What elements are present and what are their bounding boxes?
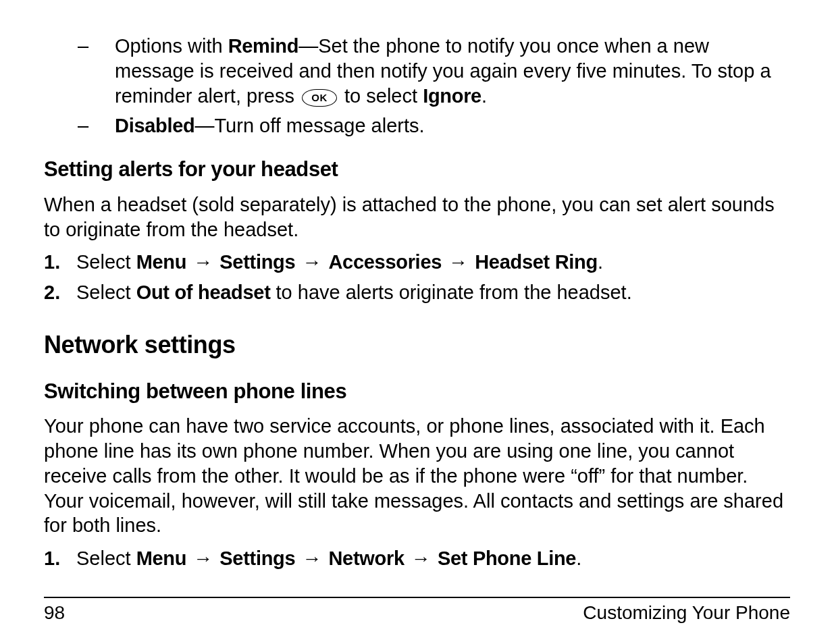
menu-path-item: Menu bbox=[136, 547, 187, 569]
step-number: 1. bbox=[44, 546, 76, 571]
text: . bbox=[576, 547, 581, 569]
text: to have alerts originate from the headse… bbox=[271, 281, 632, 303]
text: — bbox=[298, 35, 318, 57]
page-content: – Options with Remind—Set the phone to n… bbox=[44, 34, 790, 597]
arrow-icon: → bbox=[301, 546, 323, 571]
headset-steps: 1. Select Menu → Settings → Accessories … bbox=[44, 250, 790, 305]
text: — bbox=[194, 115, 214, 136]
arrow-icon: → bbox=[192, 546, 214, 571]
step-number: 1. bbox=[44, 250, 76, 275]
menu-path-item: Settings bbox=[219, 547, 295, 569]
page-number: 98 bbox=[44, 602, 65, 624]
step-body: Select Menu → Settings → Network → Set P… bbox=[76, 546, 790, 571]
options-bullet-list: – Options with Remind—Set the phone to n… bbox=[44, 34, 790, 138]
heading-switching-lines: Switching between phone lines bbox=[44, 378, 790, 404]
menu-path-item: Network bbox=[328, 547, 404, 569]
bullet-remind-body: Options with Remind—Set the phone to not… bbox=[115, 34, 790, 108]
ignore-label: Ignore bbox=[423, 85, 481, 107]
menu-path-item: Accessories bbox=[328, 251, 442, 273]
out-of-headset-label: Out of headset bbox=[136, 281, 271, 303]
menu-path-item: Settings bbox=[219, 251, 295, 273]
ok-key-icon: OK bbox=[302, 89, 337, 107]
switching-steps: 1. Select Menu → Settings → Network → Se… bbox=[44, 546, 790, 571]
remind-label: Remind bbox=[228, 35, 299, 57]
bullet-disabled: – Disabled—Turn off message alerts. bbox=[78, 113, 790, 138]
step-body: Select Out of headset to have alerts ori… bbox=[76, 280, 790, 305]
text: . bbox=[598, 251, 603, 273]
arrow-icon: → bbox=[447, 250, 469, 275]
page-footer: 98 Customizing Your Phone bbox=[44, 597, 790, 624]
headset-step-1: 1. Select Menu → Settings → Accessories … bbox=[44, 250, 790, 275]
bullet-disabled-body: Disabled—Turn off message alerts. bbox=[115, 113, 790, 138]
text: Options with bbox=[115, 35, 228, 57]
bullet-remind: – Options with Remind—Set the phone to n… bbox=[78, 34, 790, 108]
arrow-icon: → bbox=[301, 250, 323, 275]
text: . bbox=[481, 85, 487, 107]
headset-step-2: 2. Select Out of headset to have alerts … bbox=[44, 280, 790, 305]
step-body: Select Menu → Settings → Accessories → H… bbox=[76, 250, 790, 275]
headset-intro: When a headset (sold separately) is atta… bbox=[44, 192, 790, 242]
document-page: – Options with Remind—Set the phone to n… bbox=[0, 0, 834, 644]
switching-step-1: 1. Select Menu → Settings → Network → Se… bbox=[44, 546, 790, 571]
heading-network-settings: Network settings bbox=[44, 329, 790, 360]
text: Turn off message alerts. bbox=[214, 115, 424, 136]
menu-path-item: Set Phone Line bbox=[438, 547, 576, 569]
text: to select bbox=[339, 85, 423, 107]
switching-intro: Your phone can have two service accounts… bbox=[44, 414, 790, 538]
step-number: 2. bbox=[44, 280, 76, 305]
text: Select bbox=[76, 281, 136, 303]
menu-path-item: Menu bbox=[136, 251, 187, 273]
dash-marker: – bbox=[78, 34, 115, 108]
menu-path-item: Headset Ring bbox=[475, 251, 598, 273]
arrow-icon: → bbox=[192, 250, 214, 275]
arrow-icon: → bbox=[410, 546, 432, 571]
heading-headset-alerts: Setting alerts for your headset bbox=[44, 156, 790, 182]
text: Select bbox=[76, 547, 136, 569]
footer-title: Customizing Your Phone bbox=[583, 602, 790, 624]
text: Select bbox=[76, 251, 136, 273]
disabled-label: Disabled bbox=[115, 115, 194, 136]
dash-marker: – bbox=[78, 113, 115, 138]
